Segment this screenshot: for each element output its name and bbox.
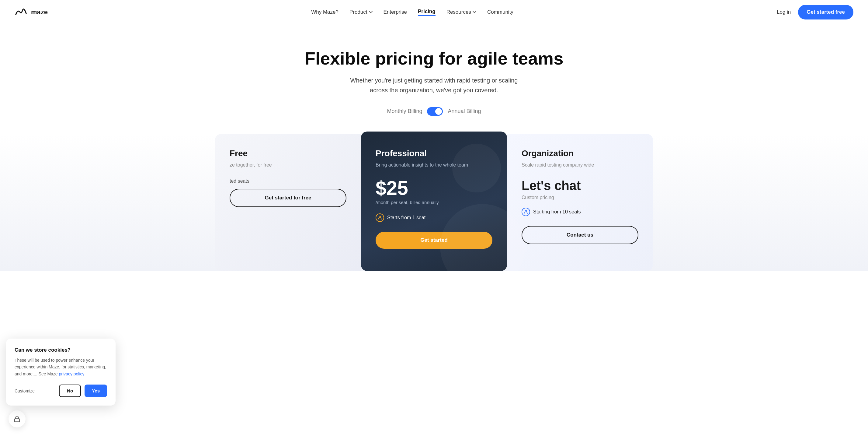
nav-product[interactable]: Product bbox=[349, 9, 373, 15]
professional-plan-cta[interactable]: Get started bbox=[376, 232, 492, 249]
billing-toggle-switch[interactable] bbox=[427, 107, 443, 116]
nav-actions: Log in Get started free bbox=[777, 5, 854, 20]
svg-point-1 bbox=[525, 210, 526, 212]
seat-icon-blue bbox=[522, 208, 530, 216]
nav-community[interactable]: Community bbox=[487, 9, 514, 15]
svg-point-0 bbox=[379, 216, 380, 218]
organization-custom-pricing: Custom pricing bbox=[522, 195, 639, 200]
annual-billing-label: Annual Billing bbox=[448, 108, 481, 115]
toggle-knob bbox=[435, 108, 442, 115]
organization-plan-cta[interactable]: Contact us bbox=[522, 226, 639, 244]
professional-plan-card: Professional Bring actionable insights t… bbox=[361, 132, 507, 271]
nav-why-maze[interactable]: Why Maze? bbox=[311, 9, 339, 15]
free-plan-subtitle: ze together, for free bbox=[229, 162, 346, 169]
nav-pricing[interactable]: Pricing bbox=[418, 8, 436, 16]
free-plan-cta[interactable]: Get started for free bbox=[229, 189, 346, 207]
navigation: maze Why Maze? Product Enterprise Pricin… bbox=[0, 0, 868, 24]
organization-plan-card: Organization Scale rapid testing company… bbox=[507, 134, 653, 271]
get-started-button[interactable]: Get started free bbox=[798, 5, 854, 20]
logo[interactable]: maze bbox=[14, 8, 48, 17]
pricing-section: Free ze together, for free ted seats Get… bbox=[0, 134, 868, 271]
professional-plan-title: Professional bbox=[376, 149, 492, 158]
login-button[interactable]: Log in bbox=[777, 9, 791, 15]
free-plan-card: Free ze together, for free ted seats Get… bbox=[215, 134, 361, 271]
hero-section: Flexible pricing for agile teams Whether… bbox=[0, 24, 868, 134]
logo-text: maze bbox=[31, 8, 48, 16]
organization-plan-seats: Starting from 10 seats bbox=[522, 208, 639, 216]
professional-plan-period: /month per seat, billed annually bbox=[376, 200, 492, 205]
organization-plan-subtitle: Scale rapid testing company wide bbox=[522, 162, 639, 169]
hero-title: Flexible pricing for agile teams bbox=[14, 49, 854, 68]
nav-enterprise[interactable]: Enterprise bbox=[383, 9, 407, 15]
chevron-down-icon bbox=[473, 10, 476, 14]
monthly-billing-label: Monthly Billing bbox=[387, 108, 422, 115]
seat-icon-orange bbox=[376, 213, 384, 222]
billing-toggle: Monthly Billing Annual Billing bbox=[14, 107, 854, 116]
organization-price-label: Let's chat bbox=[522, 178, 639, 193]
chevron-down-icon bbox=[369, 10, 373, 14]
free-plan-seats: ted seats bbox=[229, 178, 346, 184]
free-plan-title: Free bbox=[229, 149, 346, 158]
professional-plan-price: $25 bbox=[376, 178, 492, 198]
nav-resources[interactable]: Resources bbox=[446, 9, 476, 15]
hero-subtitle: Whether you're just getting started with… bbox=[343, 76, 525, 95]
organization-plan-title: Organization bbox=[522, 149, 639, 158]
professional-plan-subtitle: Bring actionable insights to the whole t… bbox=[376, 162, 492, 169]
nav-links: Why Maze? Product Enterprise Pricing Res… bbox=[311, 8, 514, 16]
professional-plan-seats: Starts from 1 seat bbox=[376, 213, 492, 222]
